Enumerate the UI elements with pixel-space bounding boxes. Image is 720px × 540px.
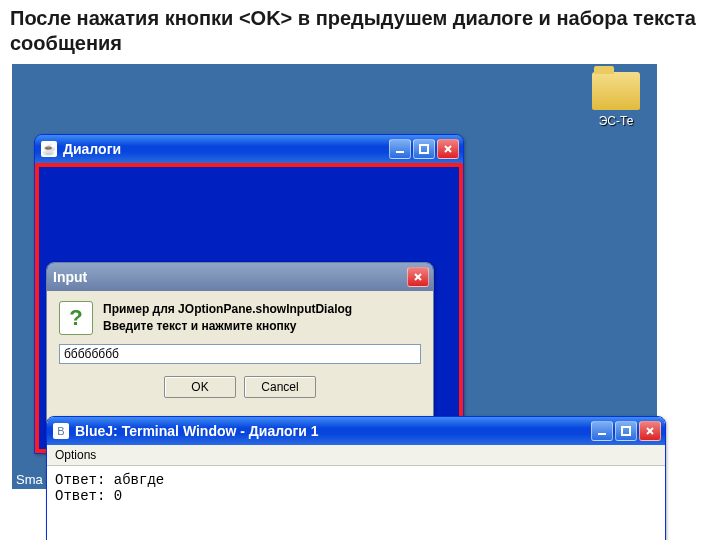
question-icon: ? xyxy=(59,301,93,335)
input-text-field[interactable] xyxy=(59,344,421,364)
close-icon xyxy=(645,426,655,436)
terminal-window: B BlueJ: Terminal Window - Диалоги 1 Opt… xyxy=(46,416,666,540)
terminal-maximize-button[interactable] xyxy=(615,421,637,441)
input-message-line1: Пример для JOptionPane.showInputDialog xyxy=(103,301,352,318)
taskbar-snippet: Sma xyxy=(12,470,47,489)
terminal-output: Ответ: абвгде Ответ: 0 xyxy=(47,466,665,540)
minimize-icon xyxy=(395,144,405,154)
terminal-line-1: Ответ: абвгде xyxy=(55,472,164,488)
desktop-folder-label: ЭС-Те xyxy=(581,114,651,128)
terminal-minimize-button[interactable] xyxy=(591,421,613,441)
input-body: ? Пример для JOptionPane.showInputDialog… xyxy=(47,291,433,431)
maximize-icon xyxy=(621,426,631,436)
bluej-app-icon: B xyxy=(53,423,69,439)
close-icon xyxy=(443,144,453,154)
terminal-menu-bar: Options xyxy=(47,445,665,466)
svg-rect-7 xyxy=(622,427,630,435)
input-message: Пример для JOptionPane.showInputDialog В… xyxy=(103,301,352,336)
terminal-close-button[interactable] xyxy=(639,421,661,441)
terminal-menu-options[interactable]: Options xyxy=(55,448,96,462)
close-button[interactable] xyxy=(437,139,459,159)
minimize-button[interactable] xyxy=(389,139,411,159)
svg-rect-6 xyxy=(598,433,606,435)
desktop-folder[interactable]: ЭС-Те xyxy=(581,72,651,128)
terminal-line-2: Ответ: 0 xyxy=(55,488,122,504)
svg-rect-1 xyxy=(420,145,428,153)
dialogs-title-text: Диалоги xyxy=(63,141,383,157)
windows-desktop: ЭС-Те ☕ Диалоги Input xyxy=(12,64,657,489)
terminal-titlebar[interactable]: B BlueJ: Terminal Window - Диалоги 1 xyxy=(47,417,665,445)
caption-text-pre: После нажатия кнопки xyxy=(10,7,239,29)
folder-icon xyxy=(592,72,640,110)
minimize-icon xyxy=(597,426,607,436)
input-close-button[interactable] xyxy=(407,267,429,287)
input-message-line2: Введите текст и нажмите кнопку xyxy=(103,318,352,335)
input-title-text: Input xyxy=(53,269,401,285)
caption-ok-token: <OK> xyxy=(239,7,292,29)
input-dialog: Input ? Пример для JOptionPane.showInput… xyxy=(46,262,434,432)
java-app-icon: ☕ xyxy=(41,141,57,157)
maximize-button[interactable] xyxy=(413,139,435,159)
dialogs-titlebar[interactable]: ☕ Диалоги xyxy=(35,135,463,163)
terminal-title-text: BlueJ: Terminal Window - Диалоги 1 xyxy=(75,423,585,439)
input-titlebar[interactable]: Input xyxy=(47,263,433,291)
slide-caption: После нажатия кнопки <OK> в предыдушем д… xyxy=(0,0,720,60)
ok-button[interactable]: OK xyxy=(164,376,236,398)
cancel-button[interactable]: Cancel xyxy=(244,376,316,398)
close-icon xyxy=(413,272,423,282)
maximize-icon xyxy=(419,144,429,154)
svg-rect-0 xyxy=(396,151,404,153)
